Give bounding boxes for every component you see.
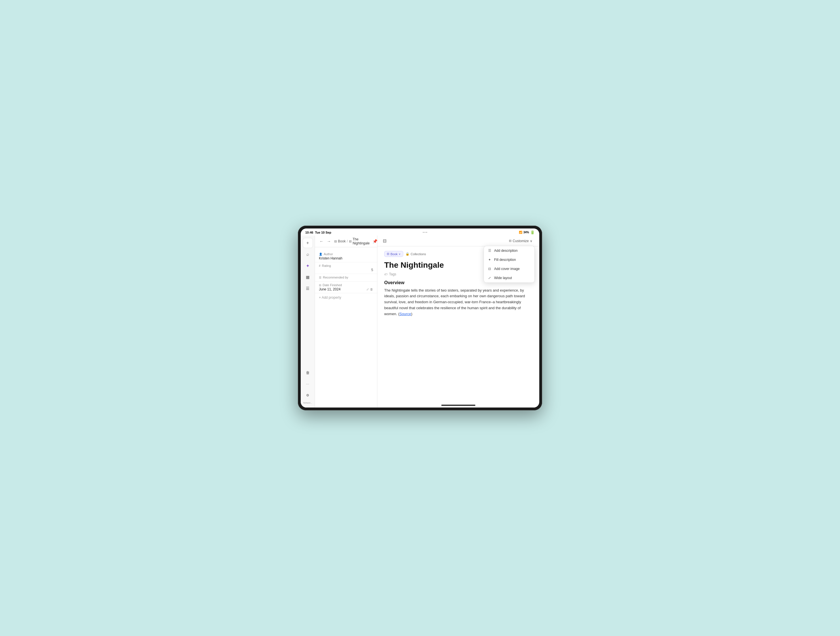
cover-icon: ⊟ [487,267,492,271]
breadcrumb-db: Book [338,239,346,243]
date-actions: ⤢ 🗑 [366,288,373,291]
date-delete-button[interactable]: 🗑 [370,288,373,291]
property-author: 👤 Author Kristen Hannah [315,251,377,262]
sidebar-icon-calendar[interactable]: ▦ [303,272,313,282]
properties-panel: ← → ⊟ Book / ⊟ The Nightingale 📌 ⊞ ··· [315,236,377,408]
recommended-label-row: ☰ Recommended by [319,276,373,279]
customize-label: Customize [513,239,529,243]
properties-content: 👤 Author Kristen Hannah # Rating 5 [315,247,377,408]
breadcrumb-page: The Nightingale [353,237,370,245]
battery-icon: 🔋 [530,230,535,234]
status-date: Tue 10 Sep [315,231,331,234]
sidebar-icon-trash[interactable]: 🗑 [303,367,313,378]
sidebar-icon-more[interactable]: ··· [303,379,313,389]
home-bar [377,403,539,408]
dropdown-item-label: Fill description [494,258,516,262]
network-label: Networ... [303,402,313,404]
dropdown-item-label: Wide layout [494,276,512,280]
author-icon: 👤 [319,253,322,256]
chevron-down-icon: ∨ [530,239,532,243]
dropdown-item-wide-layout[interactable]: ⤢ Wide layout [484,274,534,283]
dropdown-item-add-description[interactable]: ☰ Add description [484,246,534,255]
sidebar-icon-search[interactable]: ⌕ [303,249,313,259]
recommended-label: Recommended by [323,276,348,279]
nav-buttons: ← → [318,239,332,244]
sidebar-icon-list[interactable]: ☰ [303,283,313,294]
author-value[interactable]: Kristen Hannah [319,256,373,260]
icon-sidebar: + ⌕ ✦ ▦ ☰ 🗑 ··· ⚙ Networ... [301,236,315,408]
home-indicator [441,405,475,406]
screen: 10:46 Tue 10 Sep 📶 34% 🔋 + ⌕ ✦ ▦ ☰ [301,228,539,408]
rating-label: Rating [322,264,331,267]
add-property-label: + Add property [319,296,341,299]
date-label: Date Finished [323,283,342,287]
collections-tag[interactable]: 🔒 Collections [406,252,426,256]
status-right: 📶 34% 🔋 [519,230,535,234]
content-toolbar: ⊟ ⊟ Customize ∨ ☰ Add description [377,236,539,247]
property-recommended: ☰ Recommended by [315,274,377,282]
rating-icon: # [319,264,321,267]
rating-value[interactable]: 5 [319,268,373,272]
tags-label: Tags [389,272,396,276]
tags-icon: 🏷 [384,272,387,276]
customize-dropdown: ☰ Add description ✦ Fill description ⊟ A… [484,246,535,283]
sidebar-icon-network[interactable]: ⚙ [303,390,313,400]
recommended-icon: ☰ [319,276,322,279]
source-link[interactable]: Source [399,312,411,316]
main-content: ⊟ ⊟ Customize ∨ ☰ Add description [377,236,539,408]
collections-icon: 🔒 [406,252,409,256]
forward-button[interactable]: → [326,239,332,244]
battery-percent: 34% [523,231,529,234]
property-date: ⊟ Date Finished June 11, 2024 ⤢ 🗑 [315,282,377,293]
book-db-icon: ⊟ [387,252,389,256]
status-time: 10:46 [305,231,313,234]
customize-button[interactable]: ⊟ Customize ∨ [507,238,535,244]
dropdown-item-fill-description[interactable]: ✦ Fill description [484,255,534,264]
panel-toolbar: ← → ⊟ Book / ⊟ The Nightingale 📌 ⊞ ··· [315,236,377,247]
rating-label-row: # Rating [319,264,373,267]
fill-icon: ✦ [487,258,492,262]
sidebar-toggle-button[interactable]: ⊟ [382,237,387,244]
content-toolbar-left: ⊟ [382,237,387,244]
dropdown-item-label: Add description [494,248,518,253]
chevron-icon: ∨ [399,253,401,255]
content-toolbar-right: ⊟ Customize ∨ ☰ Add description ✦ [507,238,535,244]
wifi-icon: 📶 [519,231,522,234]
description-icon: ☰ [487,248,492,253]
date-expand-button[interactable]: ⤢ [366,288,369,291]
property-rating: # Rating 5 [315,262,377,274]
ipad-device: 10:46 Tue 10 Sep 📶 34% 🔋 + ⌕ ✦ ▦ ☰ [298,226,542,410]
back-button[interactable]: ← [318,239,325,244]
body-end: ) [411,312,412,316]
status-bar: 10:46 Tue 10 Sep 📶 34% 🔋 [301,228,539,236]
db-tag-book[interactable]: ⊟ Book ∨ [384,251,403,257]
pin-button[interactable]: 📌 [372,239,377,244]
db-icon: ⊟ [334,240,337,243]
sidebar-icon-add[interactable]: + [303,238,313,248]
article-body: The Nightingale tells the stories of two… [384,288,532,317]
add-property-button[interactable]: + Add property [315,293,377,302]
date-action-row: June 11, 2024 ⤢ 🗑 [319,287,373,291]
book-db-label: Book [390,252,398,256]
author-label: Author [324,252,333,256]
app-container: + ⌕ ✦ ▦ ☰ 🗑 ··· ⚙ Networ... ← [301,236,539,408]
collections-label: Collections [411,252,426,256]
date-label-row: ⊟ Date Finished [319,283,373,287]
breadcrumb: ⊟ Book / ⊟ The Nightingale [334,237,370,245]
customize-icon: ⊟ [509,239,512,243]
dropdown-item-label: Add cover image [494,267,519,271]
sidebar-icon-ai[interactable]: ✦ [303,261,313,271]
breadcrumb-separator: / [347,239,347,243]
dropdown-item-add-cover[interactable]: ⊟ Add cover image [484,264,534,274]
page-icon: ⊟ [349,240,352,243]
date-value[interactable]: June 11, 2024 [319,287,341,291]
wide-icon: ⤢ [487,276,492,280]
status-center [423,232,427,233]
author-label-row: 👤 Author [319,252,373,256]
date-icon: ⊟ [319,283,321,287]
toolbar-right: 📌 ⊞ ··· [372,239,377,244]
